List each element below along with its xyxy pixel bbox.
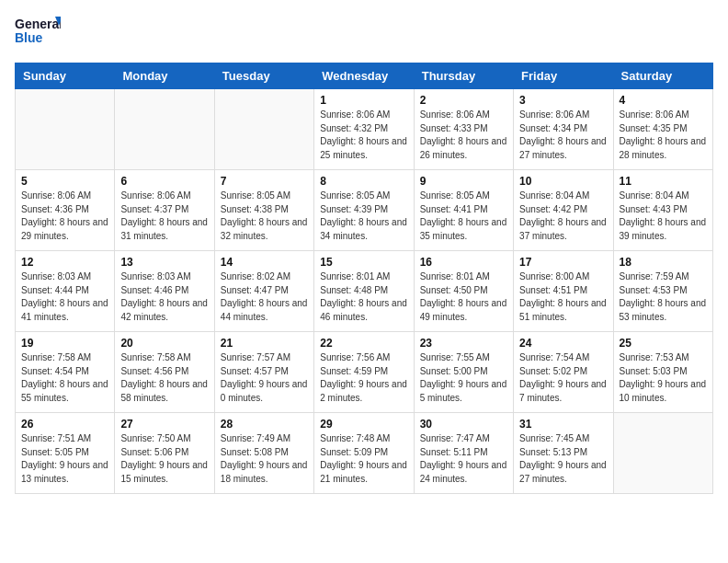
calendar-cell: 11Sunrise: 8:04 AM Sunset: 4:43 PM Dayli… (613, 170, 712, 251)
day-number: 6 (120, 175, 208, 188)
calendar-cell: 29Sunrise: 7:48 AM Sunset: 5:09 PM Dayli… (314, 413, 414, 494)
day-info: Sunrise: 7:59 AM Sunset: 4:53 PM Dayligh… (620, 270, 707, 324)
day-number: 5 (21, 175, 108, 188)
calendar-cell: 5Sunrise: 8:06 AM Sunset: 4:36 PM Daylig… (16, 170, 115, 251)
day-number: 21 (221, 337, 308, 350)
calendar-cell: 30Sunrise: 7:47 AM Sunset: 5:11 PM Dayli… (414, 413, 513, 494)
calendar-cell: 8Sunrise: 8:05 AM Sunset: 4:39 PM Daylig… (314, 170, 414, 251)
day-number: 12 (21, 256, 108, 269)
weekday-header: Tuesday (214, 63, 313, 89)
day-number: 10 (519, 175, 607, 188)
day-info: Sunrise: 7:48 AM Sunset: 5:09 PM Dayligh… (320, 432, 407, 486)
calendar-cell: 13Sunrise: 8:03 AM Sunset: 4:46 PM Dayli… (115, 251, 214, 332)
day-info: Sunrise: 8:05 AM Sunset: 4:39 PM Dayligh… (320, 190, 407, 243)
day-info: Sunrise: 8:00 AM Sunset: 4:51 PM Dayligh… (519, 270, 607, 324)
calendar-cell: 27Sunrise: 7:50 AM Sunset: 5:06 PM Dayli… (115, 413, 214, 494)
day-info: Sunrise: 8:05 AM Sunset: 4:38 PM Dayligh… (221, 190, 308, 243)
calendar-cell: 24Sunrise: 7:54 AM Sunset: 5:02 PM Dayli… (514, 332, 613, 413)
svg-text:Blue: Blue (15, 30, 43, 45)
calendar-cell: 22Sunrise: 7:56 AM Sunset: 4:59 PM Dayli… (314, 332, 414, 413)
day-number: 18 (620, 256, 707, 269)
day-info: Sunrise: 8:06 AM Sunset: 4:37 PM Dayligh… (120, 190, 208, 243)
day-info: Sunrise: 7:54 AM Sunset: 5:02 PM Dayligh… (519, 351, 607, 405)
day-number: 22 (320, 337, 407, 350)
calendar-cell: 9Sunrise: 8:05 AM Sunset: 4:41 PM Daylig… (414, 170, 513, 251)
day-info: Sunrise: 8:01 AM Sunset: 4:50 PM Dayligh… (420, 270, 507, 324)
day-number: 20 (120, 337, 208, 350)
calendar-cell (115, 89, 214, 170)
svg-text:General: General (15, 17, 61, 31)
calendar-cell: 28Sunrise: 7:49 AM Sunset: 5:08 PM Dayli… (214, 413, 313, 494)
weekday-header: Thursday (414, 63, 513, 89)
week-row: 5Sunrise: 8:06 AM Sunset: 4:36 PM Daylig… (16, 170, 713, 251)
weekday-header: Saturday (613, 63, 712, 89)
calendar-cell: 16Sunrise: 8:01 AM Sunset: 4:50 PM Dayli… (414, 251, 513, 332)
calendar-cell: 6Sunrise: 8:06 AM Sunset: 4:37 PM Daylig… (115, 170, 214, 251)
calendar-table: SundayMondayTuesdayWednesdayThursdayFrid… (15, 63, 713, 494)
weekday-header: Monday (115, 63, 214, 89)
day-info: Sunrise: 7:50 AM Sunset: 5:06 PM Dayligh… (120, 432, 208, 486)
day-number: 23 (420, 337, 507, 350)
calendar-cell (214, 89, 313, 170)
calendar-cell: 17Sunrise: 8:00 AM Sunset: 4:51 PM Dayli… (514, 251, 613, 332)
calendar-cell: 4Sunrise: 8:06 AM Sunset: 4:35 PM Daylig… (613, 89, 712, 170)
weekday-header: Sunday (16, 63, 115, 89)
day-number: 15 (320, 256, 407, 269)
calendar-cell: 7Sunrise: 8:05 AM Sunset: 4:38 PM Daylig… (214, 170, 313, 251)
calendar-cell (16, 89, 115, 170)
calendar-cell: 2Sunrise: 8:06 AM Sunset: 4:33 PM Daylig… (414, 89, 513, 170)
logo: General Blue (15, 15, 61, 53)
week-row: 26Sunrise: 7:51 AM Sunset: 5:05 PM Dayli… (16, 413, 713, 494)
day-number: 1 (320, 94, 407, 107)
calendar-cell: 31Sunrise: 7:45 AM Sunset: 5:13 PM Dayli… (514, 413, 613, 494)
day-number: 13 (120, 256, 208, 269)
calendar-cell: 12Sunrise: 8:03 AM Sunset: 4:44 PM Dayli… (16, 251, 115, 332)
day-number: 29 (320, 418, 407, 431)
day-info: Sunrise: 8:02 AM Sunset: 4:47 PM Dayligh… (221, 270, 308, 324)
page-header: General Blue (15, 15, 713, 53)
day-info: Sunrise: 8:03 AM Sunset: 4:46 PM Dayligh… (120, 270, 208, 324)
weekday-header: Friday (514, 63, 613, 89)
day-info: Sunrise: 7:47 AM Sunset: 5:11 PM Dayligh… (420, 432, 507, 486)
calendar-cell: 25Sunrise: 7:53 AM Sunset: 5:03 PM Dayli… (613, 332, 712, 413)
day-number: 17 (519, 256, 607, 269)
day-info: Sunrise: 8:06 AM Sunset: 4:33 PM Dayligh… (420, 109, 507, 162)
day-number: 27 (120, 418, 208, 431)
day-info: Sunrise: 8:06 AM Sunset: 4:35 PM Dayligh… (620, 109, 707, 162)
day-info: Sunrise: 7:56 AM Sunset: 4:59 PM Dayligh… (320, 351, 407, 405)
day-info: Sunrise: 8:06 AM Sunset: 4:36 PM Dayligh… (21, 190, 108, 243)
day-info: Sunrise: 7:53 AM Sunset: 5:03 PM Dayligh… (620, 351, 707, 405)
day-info: Sunrise: 8:05 AM Sunset: 4:41 PM Dayligh… (420, 190, 507, 243)
calendar-cell: 10Sunrise: 8:04 AM Sunset: 4:42 PM Dayli… (514, 170, 613, 251)
week-row: 1Sunrise: 8:06 AM Sunset: 4:32 PM Daylig… (16, 89, 713, 170)
weekday-header: Wednesday (314, 63, 414, 89)
day-number: 24 (519, 337, 607, 350)
calendar-cell: 26Sunrise: 7:51 AM Sunset: 5:05 PM Dayli… (16, 413, 115, 494)
day-info: Sunrise: 7:49 AM Sunset: 5:08 PM Dayligh… (221, 432, 308, 486)
day-number: 9 (420, 175, 507, 188)
day-number: 8 (320, 175, 407, 188)
calendar-cell: 19Sunrise: 7:58 AM Sunset: 4:54 PM Dayli… (16, 332, 115, 413)
calendar-cell: 20Sunrise: 7:58 AM Sunset: 4:56 PM Dayli… (115, 332, 214, 413)
day-info: Sunrise: 8:01 AM Sunset: 4:48 PM Dayligh… (320, 270, 407, 324)
day-info: Sunrise: 8:04 AM Sunset: 4:42 PM Dayligh… (519, 190, 607, 243)
calendar-cell: 18Sunrise: 7:59 AM Sunset: 4:53 PM Dayli… (613, 251, 712, 332)
day-info: Sunrise: 8:04 AM Sunset: 4:43 PM Dayligh… (620, 190, 707, 243)
calendar-cell: 15Sunrise: 8:01 AM Sunset: 4:48 PM Dayli… (314, 251, 414, 332)
day-number: 25 (620, 337, 707, 350)
day-info: Sunrise: 7:57 AM Sunset: 4:57 PM Dayligh… (221, 351, 308, 405)
calendar-cell: 1Sunrise: 8:06 AM Sunset: 4:32 PM Daylig… (314, 89, 414, 170)
calendar-cell: 3Sunrise: 8:06 AM Sunset: 4:34 PM Daylig… (514, 89, 613, 170)
day-info: Sunrise: 7:58 AM Sunset: 4:56 PM Dayligh… (120, 351, 208, 405)
week-row: 12Sunrise: 8:03 AM Sunset: 4:44 PM Dayli… (16, 251, 713, 332)
day-info: Sunrise: 7:51 AM Sunset: 5:05 PM Dayligh… (21, 432, 108, 486)
day-number: 7 (221, 175, 308, 188)
day-number: 14 (221, 256, 308, 269)
day-number: 31 (519, 418, 607, 431)
calendar-cell: 21Sunrise: 7:57 AM Sunset: 4:57 PM Dayli… (214, 332, 313, 413)
day-number: 3 (519, 94, 607, 107)
week-row: 19Sunrise: 7:58 AM Sunset: 4:54 PM Dayli… (16, 332, 713, 413)
day-number: 30 (420, 418, 507, 431)
calendar-cell: 14Sunrise: 8:02 AM Sunset: 4:47 PM Dayli… (214, 251, 313, 332)
day-info: Sunrise: 7:55 AM Sunset: 5:00 PM Dayligh… (420, 351, 507, 405)
